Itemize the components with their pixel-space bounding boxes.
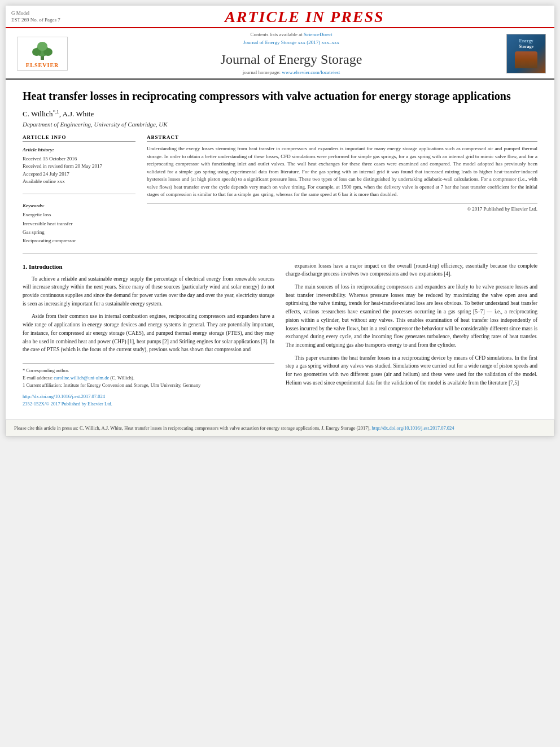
body-columns: 1. Introduction To achieve a reliable an… xyxy=(23,262,537,408)
keyword-2: Irreversible heat transfer xyxy=(23,220,135,228)
contents-line: Contents lists available at ScienceDirec… xyxy=(79,32,504,37)
history-label: Article history: xyxy=(23,146,135,154)
received-date: Received 15 October 2016 xyxy=(23,155,135,163)
journal-title: Journal of Energy Storage xyxy=(79,52,504,67)
issn-text: 2352-152X/© 2017 Published by Elsevier L… xyxy=(23,401,112,407)
intro-para3: expansion losses have a major impact on … xyxy=(286,262,537,278)
energy-storage-badge: Energy Storage xyxy=(506,34,546,73)
energy-storage-logo-area: Energy Storage xyxy=(504,32,549,75)
elsevier-brand-text: ELSEVIER xyxy=(26,62,59,68)
body-col-left: 1. Introduction To achieve a reliable an… xyxy=(23,262,274,408)
contents-label: Contents lists available at xyxy=(251,32,303,37)
doi-footer: http://dx.doi.org/10.1016/j.est.2017.07.… xyxy=(23,393,274,408)
keyword-3: Gas spring xyxy=(23,228,135,237)
intro-para5: This paper examines the heat transfer lo… xyxy=(286,354,537,387)
intro-para2: Aside from their common use in internal … xyxy=(23,312,274,354)
footnote-affil1: 1 Current affiliation: Institute for Ene… xyxy=(23,382,274,389)
svg-point-4 xyxy=(37,42,47,51)
journal-header: ELSEVIER Contents lists available at Sci… xyxy=(6,28,554,80)
author2-name: , A.J. White xyxy=(59,110,94,118)
citation-bar: Please cite this article in press as: C.… xyxy=(6,420,554,437)
footnotes: * Corresponding author. E-mail address: … xyxy=(23,363,274,388)
article-in-press-banner: G Model EST 269 No. of Pages 7 ARTICLE I… xyxy=(6,6,554,28)
affiliation: Department of Engineering, University of… xyxy=(23,121,537,128)
footnote-email: E-mail address: caroline.willich@uni-ulm… xyxy=(23,374,274,382)
page: G Model EST 269 No. of Pages 7 ARTICLE I… xyxy=(6,6,554,436)
journal-homepage: journal homepage: www.elsevier.com/locat… xyxy=(79,69,504,75)
footnote-star: * Corresponding author. xyxy=(23,367,274,374)
article-history: Article history: Received 15 October 201… xyxy=(23,146,135,186)
intro-para4: The main sources of loss in reciprocatin… xyxy=(286,283,537,350)
citation-text: Please cite this article in press as: C.… xyxy=(14,425,370,431)
authors-line: C. Willich*,1, A.J. White xyxy=(23,109,537,119)
banner-title: ARTICLE IN PRESS xyxy=(60,8,549,26)
keywords-section: Keywords: Exergetic loss Irreversible he… xyxy=(23,202,135,246)
doi-url[interactable]: http://dx.doi.org/10.1016/j.est.2017.07.… xyxy=(23,394,105,399)
keyword-1: Exergetic loss xyxy=(23,211,135,219)
article-info-label: ARTICLE INFO xyxy=(23,134,135,142)
keyword-4: Reciprocating compressor xyxy=(23,237,135,245)
article-info-abstract-section: ARTICLE INFO Article history: Received 1… xyxy=(23,134,537,245)
email-name: (C. Willich). xyxy=(110,375,134,381)
revised-date: Received in revised form 20 May 2017 xyxy=(23,163,135,171)
g-model-label: G Model xyxy=(11,10,29,16)
abstract-text: Understanding the exergy losses stemming… xyxy=(147,145,537,199)
abstract-label: ABSTRACT xyxy=(147,134,537,142)
author1-name: C. Willich xyxy=(23,110,53,118)
author1-sup: *,1 xyxy=(53,109,59,115)
accepted-date: Accepted 24 July 2017 xyxy=(23,171,135,178)
section-divider xyxy=(23,254,537,254)
intro-para1: To achieve a reliable and sustainable en… xyxy=(23,275,274,308)
info-divider xyxy=(23,194,135,194)
journal-doi-line: Journal of Energy Storage xxx (2017) xxx… xyxy=(79,40,504,45)
article-info-col: ARTICLE INFO Article history: Received 1… xyxy=(23,134,135,245)
sciencedirect-link[interactable]: ScienceDirect xyxy=(304,32,332,37)
est-pages-label: EST 269 No. of Pages 7 xyxy=(11,17,60,23)
available-date: Available online xxx xyxy=(23,178,135,186)
copyright-line: © 2017 Published by Elsevier Ltd. xyxy=(147,203,537,212)
elsevier-logo: ELSEVIER xyxy=(17,37,68,71)
keywords-list: Exergetic loss Irreversible heat transfe… xyxy=(23,211,135,245)
banner-left: G Model EST 269 No. of Pages 7 xyxy=(11,10,60,23)
homepage-url[interactable]: www.elsevier.com/locate/est xyxy=(282,69,340,75)
email-label: E-mail address: xyxy=(23,375,53,381)
journal-info: Contents lists available at ScienceDirec… xyxy=(79,32,504,75)
elsevier-tree-icon xyxy=(25,38,59,61)
intro-heading: 1. Introduction xyxy=(23,262,274,272)
article-title: Heat transfer losses in reciprocating co… xyxy=(23,89,537,103)
body-col-right: expansion losses have a major impact on … xyxy=(286,262,537,408)
keywords-label: Keywords: xyxy=(23,202,135,210)
citation-doi-link[interactable]: http://dx.doi.org/10.1016/j.est.2017.07.… xyxy=(372,425,454,431)
article-content: Heat transfer losses in reciprocating co… xyxy=(6,80,554,414)
abstract-col: ABSTRACT Understanding the exergy losses… xyxy=(147,134,537,245)
email-link[interactable]: caroline.willich@uni-ulm.de xyxy=(54,375,109,381)
homepage-label: journal homepage: xyxy=(243,69,281,75)
elsevier-logo-area: ELSEVIER xyxy=(11,32,73,75)
